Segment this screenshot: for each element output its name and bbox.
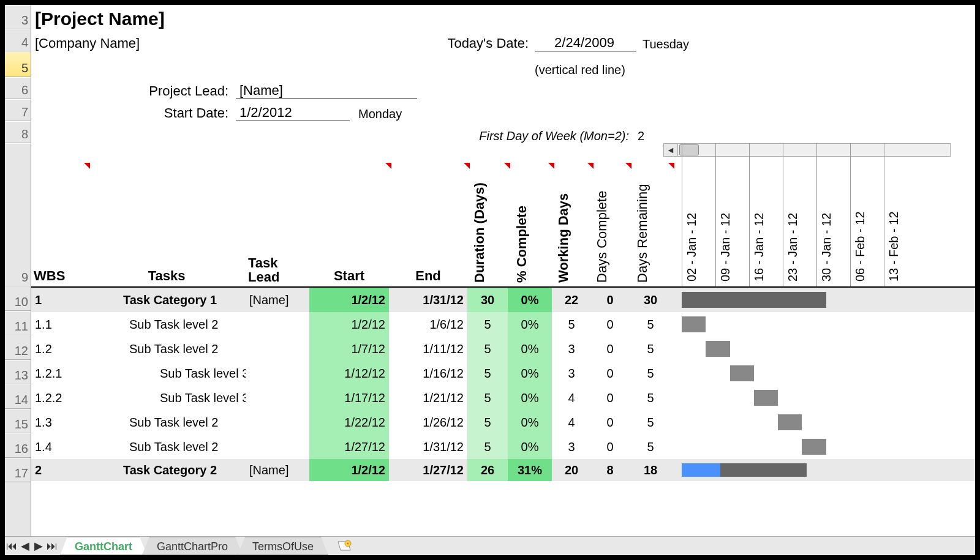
sheet-tab-ganttchartpro[interactable]: GanttChartPro bbox=[142, 537, 243, 555]
sheet-content[interactable]: [Project Name] [Company Name] Today's Da… bbox=[31, 5, 975, 536]
table-row[interactable]: 1.2Sub Task level 21/7/121/11/1250%305 bbox=[31, 337, 975, 361]
cell-wbs[interactable]: 1.4 bbox=[31, 435, 88, 459]
cell-duration[interactable]: 30 bbox=[467, 288, 508, 312]
cell-end-date[interactable]: 1/6/12 bbox=[389, 312, 467, 337]
row-header[interactable]: 13 bbox=[5, 360, 31, 384]
cell-start-date[interactable]: 1/12/12 bbox=[309, 361, 389, 386]
gantt-week-header[interactable]: 16 - Jan - 12 bbox=[752, 213, 766, 282]
table-row[interactable]: 1.4Sub Task level 21/27/121/31/1250%305 bbox=[31, 435, 975, 459]
cell-days-remaining[interactable]: 5 bbox=[629, 312, 672, 337]
col-header-tasks[interactable]: Tasks bbox=[148, 268, 186, 284]
cell-task-name[interactable]: Sub Task level 2 bbox=[88, 435, 246, 459]
row-header[interactable]: 3 bbox=[5, 5, 31, 29]
cell-days-complete[interactable]: 0 bbox=[591, 288, 629, 312]
cell-task-lead[interactable] bbox=[246, 386, 309, 410]
cell-wbs[interactable]: 1.1 bbox=[31, 312, 88, 337]
cell-days-remaining[interactable]: 5 bbox=[629, 435, 672, 459]
gantt-week-header[interactable]: 09 - Jan - 12 bbox=[718, 213, 733, 282]
company-name[interactable]: [Company Name] bbox=[35, 35, 412, 51]
cell-duration[interactable]: 5 bbox=[467, 410, 508, 435]
cell-working-days[interactable]: 4 bbox=[552, 386, 591, 410]
cell-gap[interactable] bbox=[672, 312, 682, 337]
table-row[interactable]: 1.3Sub Task level 21/22/121/26/1250%405 bbox=[31, 410, 975, 435]
gantt-week-header[interactable]: 23 - Jan - 12 bbox=[786, 213, 800, 282]
cell-duration[interactable]: 5 bbox=[467, 435, 508, 459]
gantt-week-header[interactable]: 30 - Jan - 12 bbox=[820, 213, 834, 282]
cell-days-complete[interactable]: 8 bbox=[591, 459, 629, 481]
cell-start-date[interactable]: 1/7/12 bbox=[309, 337, 389, 361]
cell-days-complete[interactable]: 0 bbox=[591, 337, 629, 361]
cell-days-complete[interactable]: 0 bbox=[591, 361, 629, 386]
cell-days-complete[interactable]: 0 bbox=[591, 312, 629, 337]
cell-working-days[interactable]: 5 bbox=[552, 312, 591, 337]
cell-working-days[interactable]: 22 bbox=[552, 288, 591, 312]
row-header[interactable]: 15 bbox=[5, 409, 31, 433]
cell-pct-complete[interactable]: 0% bbox=[508, 435, 552, 459]
cell-task-lead[interactable] bbox=[246, 337, 309, 361]
cell-wbs[interactable]: 2 bbox=[31, 459, 88, 481]
cell-task-name[interactable]: Sub Task level 3 bbox=[88, 386, 246, 410]
cell-task-name[interactable]: Task Category 2 bbox=[88, 459, 246, 481]
cell-end-date[interactable]: 1/11/12 bbox=[389, 337, 467, 361]
row-header[interactable]: 7 bbox=[5, 99, 31, 121]
gantt-bar-progress[interactable] bbox=[682, 463, 720, 477]
cell-task-lead[interactable] bbox=[246, 361, 309, 386]
cell-wbs[interactable]: 1.2 bbox=[31, 337, 88, 361]
cell-pct-complete[interactable]: 0% bbox=[508, 386, 552, 410]
col-header-end[interactable]: End bbox=[415, 268, 441, 284]
cell-days-complete[interactable]: 0 bbox=[591, 410, 629, 435]
cell-days-remaining[interactable]: 18 bbox=[629, 459, 672, 481]
row-header[interactable]: 17 bbox=[5, 458, 31, 482]
cell-gap[interactable] bbox=[672, 386, 682, 410]
cell-task-lead[interactable]: [Name] bbox=[246, 288, 309, 312]
table-row[interactable]: 1.2.1Sub Task level 31/12/121/16/1250%30… bbox=[31, 361, 975, 386]
row-header[interactable]: 8 bbox=[5, 121, 31, 143]
gantt-week-header[interactable]: 02 - Jan - 12 bbox=[685, 213, 699, 282]
cell-working-days[interactable]: 3 bbox=[552, 361, 591, 386]
cell-pct-complete[interactable]: 31% bbox=[508, 459, 552, 481]
tab-nav-last-icon[interactable]: ⏭ bbox=[45, 539, 59, 553]
row-header[interactable]: 14 bbox=[5, 384, 31, 409]
cell-start-date[interactable]: 1/2/12 bbox=[309, 312, 389, 337]
col-header-working-days[interactable]: Working Days bbox=[556, 193, 571, 283]
cell-task-lead[interactable]: [Name] bbox=[246, 459, 309, 481]
gantt-bar[interactable] bbox=[682, 292, 826, 308]
cell-task-lead[interactable] bbox=[246, 410, 309, 435]
col-header-duration[interactable]: Duration (Days) bbox=[472, 182, 488, 283]
cell-duration[interactable]: 5 bbox=[467, 361, 508, 386]
first-day-of-week-value[interactable]: 2 bbox=[638, 129, 644, 143]
col-header-start[interactable]: Start bbox=[334, 268, 364, 284]
gantt-bar[interactable] bbox=[754, 390, 778, 406]
cell-days-remaining[interactable]: 5 bbox=[629, 386, 672, 410]
row-header[interactable]: 12 bbox=[5, 335, 31, 360]
cell-end-date[interactable]: 1/27/12 bbox=[389, 459, 467, 481]
row-header[interactable]: 4 bbox=[5, 29, 31, 51]
row-header[interactable]: 11 bbox=[5, 311, 31, 335]
cell-end-date[interactable]: 1/26/12 bbox=[389, 410, 467, 435]
col-header-wbs[interactable]: WBS bbox=[31, 268, 88, 284]
cell-gap[interactable] bbox=[672, 337, 682, 361]
sheet-tab-ganttchart[interactable]: GanttChart bbox=[60, 537, 147, 555]
col-header-days-complete[interactable]: Days Complete bbox=[594, 191, 610, 283]
todays-date-value[interactable]: 2/24/2009 bbox=[535, 35, 636, 51]
cell-days-remaining[interactable]: 30 bbox=[629, 288, 672, 312]
col-header-task-lead[interactable]: Task Lead bbox=[246, 256, 309, 284]
gantt-bar[interactable] bbox=[682, 316, 706, 332]
row-header[interactable]: 16 bbox=[5, 433, 31, 458]
row-header[interactable]: 10 bbox=[5, 286, 31, 311]
cell-end-date[interactable]: 1/31/12 bbox=[389, 435, 467, 459]
cell-wbs[interactable]: 1.2.1 bbox=[31, 361, 88, 386]
sheet-tab-termsofuse[interactable]: TermsOfUse bbox=[238, 537, 328, 555]
cell-working-days[interactable]: 4 bbox=[552, 410, 591, 435]
cell-days-remaining[interactable]: 5 bbox=[629, 337, 672, 361]
cell-pct-complete[interactable]: 0% bbox=[508, 288, 552, 312]
tab-nav-next-icon[interactable]: ▶ bbox=[32, 539, 45, 553]
row-header[interactable]: 6 bbox=[5, 77, 31, 99]
cell-pct-complete[interactable]: 0% bbox=[508, 361, 552, 386]
cell-gap[interactable] bbox=[672, 435, 682, 459]
cell-duration[interactable]: 5 bbox=[467, 312, 508, 337]
cell-end-date[interactable]: 1/31/12 bbox=[389, 288, 467, 312]
cell-days-remaining[interactable]: 5 bbox=[629, 361, 672, 386]
cell-pct-complete[interactable]: 0% bbox=[508, 410, 552, 435]
table-row[interactable]: 1.1Sub Task level 21/2/121/6/1250%505 bbox=[31, 312, 975, 337]
